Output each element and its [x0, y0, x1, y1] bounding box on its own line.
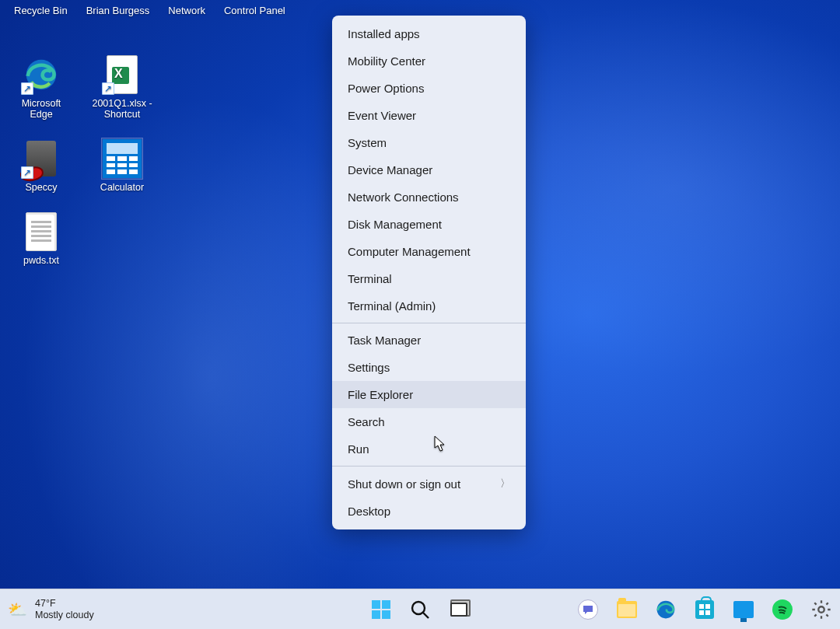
menu-item-label: Disk Management [348, 218, 442, 231]
winx-item-settings[interactable]: Settings [332, 354, 526, 381]
menu-item-label: Shut down or sign out [348, 477, 460, 491]
excel-file-icon: X ↗ [102, 54, 142, 95]
taskbar-app-microsoft-store[interactable] [694, 599, 716, 620]
winx-item-shut-down-or-sign-out[interactable]: Shut down or sign out 〉 [332, 470, 526, 498]
menu-separator [332, 323, 526, 323]
menu-item-label: Mobility Center [348, 54, 425, 68]
desktop-icon-pwds-txt[interactable]: pwds.txt [8, 211, 75, 266]
winx-item-file-explorer[interactable]: File Explorer [332, 381, 526, 408]
winx-item-desktop[interactable]: Desktop [332, 498, 526, 525]
winx-item-task-manager[interactable]: Task Manager [332, 327, 526, 354]
taskbar-search-button[interactable] [409, 599, 431, 620]
desktop-icon-microsoft-edge[interactable]: ↗ Microsoft Edge [8, 54, 75, 120]
text-file-icon [21, 211, 61, 252]
desktop-label-control-panel[interactable]: Control Panel [215, 5, 295, 16]
taskbar-app-file-explorer[interactable] [616, 599, 638, 620]
gear-icon [810, 599, 832, 620]
desktop-icon-grid: ↗ Microsoft Edge X ↗ 2001Q1.xlsx - Short… [8, 54, 156, 266]
shortcut-overlay-icon: ↗ [102, 82, 114, 95]
taskbar-app-spotify[interactable] [772, 599, 793, 620]
winx-item-event-viewer[interactable]: Event Viewer [332, 102, 526, 129]
svg-point-5 [412, 602, 425, 614]
menu-item-label: System [348, 136, 387, 149]
winx-item-terminal-admin[interactable]: Terminal (Admin) [332, 292, 526, 320]
svg-rect-1 [372, 600, 380, 609]
start-button[interactable] [370, 599, 392, 620]
menu-item-label: Computer Management [348, 245, 471, 258]
desktop-label-user-folder[interactable]: Brian Burgess [77, 5, 159, 16]
weather-icon: ⛅ [8, 600, 27, 619]
speccy-icon: ↗ [21, 138, 61, 179]
menu-item-label: Device Manager [348, 163, 432, 176]
svg-rect-4 [382, 610, 390, 619]
winx-menu: Installed appsMobility CenterPower Optio… [332, 16, 526, 529]
menu-item-label: Desktop [348, 505, 390, 518]
icon-label: Edge [30, 109, 52, 120]
desktop-icon-excel-shortcut[interactable]: X ↗ 2001Q1.xlsx - Shortcut [89, 54, 156, 120]
winx-item-installed-apps[interactable]: Installed apps [332, 20, 526, 47]
svg-rect-2 [382, 600, 390, 609]
winx-item-terminal[interactable]: Terminal [332, 265, 526, 292]
edge-icon [656, 599, 676, 620]
winx-item-search[interactable]: Search [332, 408, 526, 435]
menu-item-label: Network Connections [348, 190, 459, 204]
winx-item-system[interactable]: System [332, 129, 526, 156]
shortcut-overlay-icon: ↗ [21, 166, 33, 179]
icon-label: Speccy [26, 182, 58, 193]
menu-item-label: Task Manager [348, 334, 421, 347]
task-view-icon [450, 603, 467, 617]
desktop-label-recycle-bin[interactable]: Recycle Bin [0, 5, 77, 16]
svg-line-6 [423, 613, 429, 618]
winx-item-network-connections[interactable]: Network Connections [332, 183, 526, 211]
desktop-top-label-row: Recycle Bin Brian Burgess Network Contro… [0, 5, 295, 16]
taskbar-app-settings[interactable] [810, 599, 832, 620]
winx-item-disk-management[interactable]: Disk Management [332, 211, 526, 238]
winx-item-device-manager[interactable]: Device Manager [332, 156, 526, 183]
winx-item-computer-management[interactable]: Computer Management [332, 238, 526, 265]
chevron-right-icon: 〉 [500, 477, 510, 491]
icon-label: Microsoft [22, 98, 61, 109]
menu-item-label: Event Viewer [348, 109, 416, 122]
svg-point-8 [818, 606, 824, 612]
winx-item-mobility-center[interactable]: Mobility Center [332, 47, 526, 75]
menu-separator [332, 466, 526, 467]
menu-item-label: Power Options [348, 82, 424, 95]
icon-label: pwds.txt [23, 255, 59, 266]
winx-item-run[interactable]: Run [332, 435, 526, 463]
folder-icon [617, 601, 637, 618]
menu-item-label: Settings [348, 361, 390, 374]
taskbar-app-dev-home[interactable] [733, 599, 754, 620]
taskbar: ⛅ 47°F Mostly cloudy [0, 589, 840, 629]
menu-item-label: Installed apps [348, 27, 420, 40]
store-icon [695, 600, 714, 619]
menu-item-label: Run [348, 442, 369, 456]
svg-rect-3 [372, 610, 380, 619]
icon-label: Calculator [100, 182, 144, 193]
task-view-button[interactable] [448, 599, 470, 620]
icon-label: 2001Q1.xlsx - [92, 98, 152, 109]
desktop-label-network[interactable]: Network [159, 5, 215, 16]
edge-icon: ↗ [21, 54, 61, 95]
shortcut-overlay-icon: ↗ [21, 82, 33, 95]
taskbar-app-chat[interactable] [577, 599, 599, 620]
chat-icon [578, 599, 598, 620]
desktop-icon-speccy[interactable]: ↗ Speccy [8, 138, 75, 193]
weather-temperature: 47°F [35, 598, 94, 609]
calculator-icon [102, 138, 142, 179]
weather-description: Mostly cloudy [35, 610, 94, 620]
menu-item-label: Search [348, 415, 385, 428]
monitor-icon [733, 601, 754, 618]
icon-label: Shortcut [104, 109, 141, 120]
menu-item-label: Terminal [348, 272, 392, 285]
taskbar-weather-widget[interactable]: ⛅ 47°F Mostly cloudy [8, 598, 94, 620]
menu-item-label: File Explorer [348, 388, 413, 401]
menu-item-label: Terminal (Admin) [348, 299, 436, 313]
taskbar-app-edge[interactable] [655, 599, 677, 620]
spotify-icon [772, 599, 793, 620]
winx-item-power-options[interactable]: Power Options [332, 75, 526, 102]
desktop-icon-calculator[interactable]: Calculator [89, 138, 156, 193]
